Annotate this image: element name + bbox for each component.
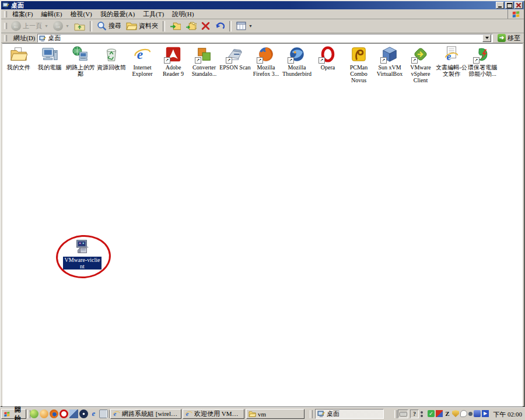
desktop-icon-mozilla-thunderbird[interactable]: ↗Mozilla Thunderbird bbox=[282, 46, 312, 77]
quicklaunch-green-app-icon[interactable] bbox=[30, 410, 38, 418]
desktop-icon-internet-explorer[interactable]: eInternet Explorer bbox=[127, 46, 158, 77]
address-dropdown-button[interactable] bbox=[482, 34, 491, 42]
clock[interactable]: 下午 02:00 bbox=[493, 410, 522, 419]
shortcut-arrow-icon: ↗ bbox=[473, 57, 480, 64]
opera-icon: ↗ bbox=[318, 46, 337, 63]
menu-help[interactable]: 說明(H) bbox=[169, 9, 198, 19]
quicklaunch-media-player-icon[interactable] bbox=[79, 410, 88, 418]
icon-label: PCMan Combo Novus bbox=[342, 64, 375, 83]
address-value: 桌面 bbox=[48, 34, 61, 43]
forward-icon: → bbox=[53, 21, 63, 31]
desktop-icon-my-computer[interactable]: 我的電腦 bbox=[34, 46, 65, 71]
restore-button[interactable] bbox=[505, 2, 513, 9]
taskbar-task-4[interactable]: 桌面 bbox=[315, 409, 384, 419]
ie-icon: e bbox=[185, 410, 192, 418]
folders-label: 資料夾 bbox=[139, 22, 158, 30]
toolbar-separator bbox=[90, 21, 92, 32]
shortcut-arrow-icon: ↗ bbox=[318, 57, 325, 64]
security-shield-tray-icon[interactable] bbox=[452, 410, 459, 417]
menu-favorites[interactable]: 我的最愛(A) bbox=[97, 9, 139, 19]
desktop-icon bbox=[317, 410, 325, 418]
desktop-icon-epson-scan[interactable]: ↗EPSON Scan bbox=[220, 46, 250, 71]
icon-label: VMware vSphere Client bbox=[404, 64, 437, 83]
computer-icon bbox=[40, 46, 59, 63]
desktop-icon-my-documents[interactable]: 我的文件 bbox=[4, 46, 34, 71]
desktop-icon-mozilla-firefox[interactable]: ↗Mozilla Firefox 3... bbox=[251, 46, 281, 77]
desktop-icon-pcman-combo-novus[interactable]: PCMan Combo Novus bbox=[344, 46, 374, 83]
addressbar-grip[interactable] bbox=[4, 35, 7, 41]
task-label: 欢迎使用 VMware vSphe... bbox=[194, 410, 242, 418]
taskbar-separator[interactable] bbox=[310, 410, 313, 418]
minimize-button[interactable] bbox=[496, 2, 504, 9]
taskbar-task-1[interactable]: e網路系統組 [wireless] - ... bbox=[110, 409, 181, 419]
antivirus-check-tray-icon[interactable] bbox=[428, 410, 435, 417]
status-dot-tray-icon[interactable] bbox=[468, 412, 473, 416]
views-icon bbox=[236, 22, 246, 30]
desktop-icon-recycle-bin[interactable]: 資源回收筒 bbox=[96, 46, 127, 71]
desktop-icon-opera[interactable]: ↗Opera bbox=[313, 46, 343, 71]
menu-edit[interactable]: 編輯(E) bbox=[37, 9, 66, 19]
back-icon: ← bbox=[11, 21, 21, 31]
delete-button[interactable] bbox=[199, 20, 212, 32]
quicklaunch-opera-icon[interactable] bbox=[60, 410, 68, 418]
screen: 桌面 檔案(F)編輯(E)檢視(V)我的最愛(A)工具(T)說明(H) ← 上一… bbox=[0, 0, 525, 420]
icon-label: Converter Standalo... bbox=[188, 64, 220, 77]
eject-dots-icon[interactable] bbox=[421, 411, 423, 414]
address-label: 網址(D) bbox=[11, 34, 35, 43]
back-dropdown-icon: ▼ bbox=[44, 24, 48, 29]
epson-icon: ↗ bbox=[226, 46, 244, 63]
svg-text:e: e bbox=[447, 51, 452, 62]
desktop-icon-vmware-vsphere-client[interactable]: ↗VMware vSphere Client bbox=[405, 46, 436, 83]
address-input[interactable]: 桌面 bbox=[37, 34, 493, 43]
views-button[interactable]: ▼ bbox=[234, 20, 255, 32]
undo-button[interactable] bbox=[212, 20, 227, 32]
desktop-icon-adobe-reader-9[interactable]: ↗Adobe Reader 9 bbox=[158, 46, 188, 77]
title-bar[interactable]: 桌面 bbox=[1, 1, 524, 9]
menubar-grip[interactable] bbox=[4, 11, 7, 18]
taskbar-task-3[interactable]: vm bbox=[246, 409, 304, 419]
forward-button[interactable]: → ▼ bbox=[51, 20, 72, 32]
vmware-tray-icon[interactable] bbox=[436, 410, 443, 417]
icon-label: Adobe Reader 9 bbox=[157, 64, 190, 77]
back-button[interactable]: ← 上一頁 ▼ bbox=[9, 20, 51, 32]
desktop-icon-sun-xvm-virtualbox[interactable]: ↗Sun xVM VirtualBox bbox=[374, 46, 405, 77]
taskbar-separator[interactable] bbox=[107, 410, 110, 418]
copy-to-folder-icon bbox=[186, 22, 197, 30]
menu-tools[interactable]: 工具(T) bbox=[139, 9, 169, 19]
folder-content[interactable]: 我的文件我的電腦網路上的芳鄰資源回收筒eInternet Explorer↗Ad… bbox=[2, 43, 523, 407]
move-to-button[interactable] bbox=[167, 20, 183, 32]
docie-icon: e bbox=[442, 46, 461, 63]
ime-z-tray-icon[interactable] bbox=[444, 410, 451, 417]
copy-to-button[interactable] bbox=[183, 20, 199, 32]
close-button[interactable] bbox=[514, 2, 523, 9]
menu-bar: 檔案(F)編輯(E)檢視(V)我的最愛(A)工具(T)說明(H) bbox=[1, 9, 524, 19]
quicklaunch-internet-explorer-icon[interactable] bbox=[89, 410, 98, 418]
ime-blue-tray-icon[interactable] bbox=[474, 410, 481, 417]
keyboard-indicator-icon[interactable] bbox=[398, 410, 408, 418]
explorer-window: 桌面 檔案(F)編輯(E)檢視(V)我的最愛(A)工具(T)說明(H) ← 上一… bbox=[0, 0, 525, 407]
start-button[interactable]: 開始 bbox=[1, 409, 26, 419]
desktop-icon-epa-energy-helper[interactable]: ↗環保署電腦節能小助... bbox=[467, 46, 498, 77]
folders-button[interactable]: 資料夾 bbox=[124, 20, 160, 32]
quicklaunch-orange-app-icon[interactable] bbox=[40, 410, 48, 418]
toolbar-grip[interactable] bbox=[4, 23, 7, 29]
quicklaunch-virtualbox-icon[interactable] bbox=[69, 410, 78, 418]
go-button[interactable]: ➜ 移至 bbox=[495, 33, 523, 43]
menu-view[interactable]: 檢視(V) bbox=[67, 9, 97, 19]
desktop-icon-doc-edit-gongwen[interactable]: e文書編輯-公文製作 bbox=[436, 46, 467, 77]
search-button[interactable]: 搜尋 bbox=[94, 20, 124, 32]
menu-file[interactable]: 檔案(F) bbox=[9, 9, 37, 19]
help-icon[interactable] bbox=[410, 410, 419, 418]
icon-label: Mozilla Firefox 3... bbox=[250, 64, 282, 77]
taskbar-task-2[interactable]: e欢迎使用 VMware vSphe... bbox=[183, 409, 244, 419]
up-button[interactable] bbox=[72, 20, 88, 32]
desktop-icon-converter-standalone[interactable]: ↗Converter Standalo... bbox=[189, 46, 219, 77]
quicklaunch-firefox-icon[interactable] bbox=[50, 410, 58, 418]
start-label: 開始 bbox=[12, 405, 24, 420]
desktop-icon-network-places[interactable]: 網路上的芳鄰 bbox=[65, 46, 96, 77]
media-play-tray-icon[interactable] bbox=[482, 410, 489, 417]
mouse-utility-tray-icon[interactable] bbox=[460, 410, 467, 417]
cube-icon: ↗ bbox=[380, 46, 399, 63]
shortcut-arrow-icon: ↗ bbox=[380, 57, 387, 64]
taskbar-separator[interactable] bbox=[394, 410, 397, 418]
